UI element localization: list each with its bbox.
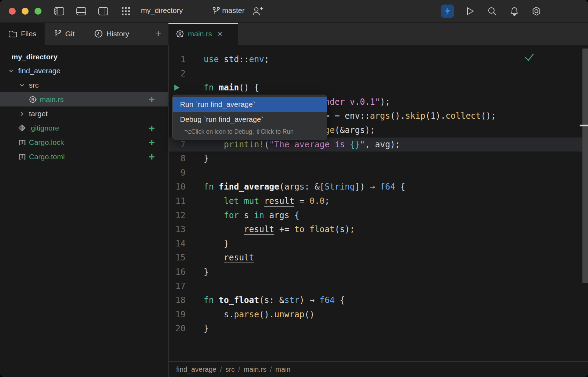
code-editor[interactable]: 1use std::env;2fn main() {4 println!("Av… [169, 45, 588, 361]
folder-icon [8, 30, 17, 38]
code-text: let mut result = 0.0; [186, 196, 330, 206]
ai-assistant-button[interactable] [441, 5, 454, 18]
breadcrumb-item-main-rs[interactable]: main.rs [243, 365, 266, 374]
right-panel-toggle-icon[interactable] [97, 5, 110, 17]
branch-icon [210, 5, 223, 17]
tree-item-label: src [29, 81, 39, 89]
code-line-8[interactable]: 8} [169, 151, 588, 166]
breadcrumb-item-src[interactable]: src [225, 365, 235, 374]
code-line-18[interactable]: 18fn to_float(s: &str) → f64 { [169, 293, 588, 308]
svg-text:R: R [31, 97, 34, 102]
code-text: s.parse().unwrap() [186, 310, 315, 319]
run-icon[interactable] [464, 5, 476, 17]
chevron-down-icon[interactable] [7, 67, 15, 75]
code-line-17[interactable]: 17 [169, 279, 588, 294]
code-line-9[interactable]: 9 [169, 166, 588, 180]
chevron-right-icon[interactable] [18, 110, 26, 118]
code-line-13[interactable]: 13 result += to_float(s); [169, 222, 588, 237]
code-text: use std::env; [186, 54, 269, 64]
tree-item-label: target [29, 110, 48, 118]
tree-item-src[interactable]: src [0, 78, 168, 92]
panel-tab-history[interactable]: History [86, 23, 137, 45]
code-text: println!("The average is {}", avg); [186, 140, 400, 149]
code-line-19[interactable]: 19 s.parse().unwrap() [169, 308, 588, 322]
git-add-button[interactable]: + [149, 137, 155, 148]
ide-window: my_directory master [0, 0, 588, 377]
git-add-button[interactable]: + [149, 151, 155, 162]
line-number: 13 [169, 222, 186, 237]
tree-item--gitignore[interactable]: .gitignore+ [0, 121, 168, 135]
code-line-11[interactable]: 11 let mut result = 0.0; [169, 194, 588, 208]
scrollbar-thumb[interactable] [582, 49, 588, 283]
toml-icon: [T] [18, 153, 26, 161]
popup-item-run[interactable]: Run `run find_average` [173, 97, 327, 112]
search-icon[interactable] [486, 5, 498, 17]
tree-item-cargo-toml[interactable]: [T]Cargo.toml+ [0, 149, 168, 164]
bottom-panel-toggle-icon[interactable] [75, 5, 88, 17]
run-context-popup: Run `run find_average`Debug `run find_av… [172, 95, 327, 140]
settings-icon[interactable] [530, 5, 543, 17]
code-area[interactable]: 1use std::env;2fn main() {4 println!("Av… [169, 45, 588, 336]
line-number: 15 [169, 251, 186, 265]
tree-item-main-rs[interactable]: Rmain.rs+ [0, 92, 168, 106]
line-number: 8 [169, 151, 186, 166]
code-line-10[interactable]: 10fn find_average(args: &[String]) → f64… [169, 180, 588, 194]
tree-item-target[interactable]: target [0, 106, 168, 121]
git-add-button[interactable]: + [149, 94, 155, 105]
tree-item-label: Cargo.lock [29, 138, 64, 147]
line-number: 12 [169, 208, 186, 223]
tab-strip: FilesGitHistory + R main.rs × [0, 23, 588, 45]
active-tab-indicator [168, 23, 238, 24]
file-tree: find_averagesrcRmain.rs+target.gitignore… [0, 64, 168, 164]
close-tab-icon[interactable]: × [218, 29, 223, 39]
line-number: 10 [169, 180, 186, 194]
code-line-12[interactable]: 12 for s in args { [169, 208, 588, 223]
line-number: 9 [169, 166, 186, 180]
branch-name[interactable]: master [222, 6, 244, 15]
zoom-window-button[interactable] [35, 8, 42, 15]
project-name[interactable]: my_directory [141, 6, 183, 15]
line-number: 20 [169, 321, 186, 336]
code-line-15[interactable]: 15 result [169, 251, 588, 265]
left-panel-toggle-icon[interactable] [53, 5, 66, 17]
add-panel-tab-button[interactable]: + [151, 23, 166, 45]
editor-tab-main-rs[interactable]: R main.rs × [168, 23, 238, 45]
code-line-16[interactable]: 16} [169, 265, 588, 279]
panel-tab-git[interactable]: Git [46, 23, 83, 45]
run-gutter-icon[interactable] [173, 84, 181, 91]
branch-icon [54, 29, 62, 38]
popup-hint: ⌥Click on icon to Debug, ⇧Click to Run [173, 127, 327, 140]
line-number: 1 [169, 52, 186, 67]
code-line-14[interactable]: 14 } [169, 237, 588, 251]
line-number: 17 [169, 279, 186, 294]
panel-tab-label: Files [21, 30, 36, 38]
code-line-20[interactable]: 20} [169, 321, 588, 336]
editor-tab-label: main.rs [188, 30, 212, 38]
notifications-icon[interactable] [508, 5, 521, 17]
chevron-down-icon[interactable] [18, 81, 26, 89]
rust-icon: R [29, 95, 37, 104]
code-text: } [186, 324, 209, 333]
code-text: result [186, 253, 254, 263]
tree-item-label: Cargo.toml [29, 153, 65, 161]
tree-item-find-average[interactable]: find_average [0, 64, 168, 78]
add-user-icon[interactable] [252, 5, 264, 17]
code-line-3[interactable]: fn main() { [169, 81, 588, 95]
tree-item-cargo-lock[interactable]: [T]Cargo.lock+ [0, 135, 168, 149]
line-number: 14 [169, 237, 186, 251]
breadcrumb-item-main[interactable]: main [276, 365, 291, 374]
panel-tab-files[interactable]: Files [0, 23, 45, 45]
rust-file-icon: R [175, 29, 184, 38]
breadcrumb-item-find-average[interactable]: find_average [176, 365, 217, 374]
close-window-button[interactable] [9, 8, 16, 15]
inspection-ok-icon[interactable] [524, 52, 535, 62]
grid-menu-icon[interactable] [120, 5, 132, 17]
code-text: for s in args { [186, 210, 300, 220]
code-line-2[interactable]: 2 [169, 67, 588, 81]
tree-item-label: .gitignore [29, 124, 59, 132]
git-add-button[interactable]: + [149, 123, 155, 133]
breadcrumb: find_average/src/main.rs/main [169, 361, 588, 377]
minimize-window-button[interactable] [22, 8, 29, 15]
code-text: } [186, 267, 209, 277]
popup-item-debug[interactable]: Debug `run find_average` [173, 112, 327, 127]
